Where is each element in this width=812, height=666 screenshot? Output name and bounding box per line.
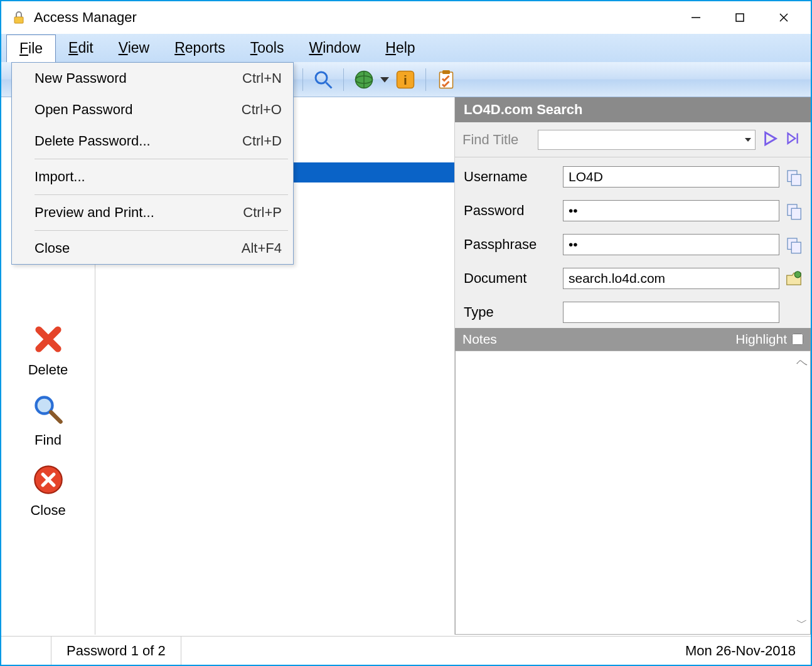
find-title-row: Find Title (455, 122, 811, 157)
toolbar-separator (343, 68, 344, 91)
menu-file[interactable]: File (6, 34, 56, 62)
password-row: Password (464, 200, 803, 221)
menu-new-password[interactable]: New Password Ctrl+N (12, 63, 293, 94)
menu-tools[interactable]: Tools (238, 34, 297, 61)
menu-view[interactable]: View (106, 34, 162, 61)
menu-window[interactable]: Window (296, 34, 373, 61)
svg-text:i: i (403, 72, 407, 87)
close-button[interactable] (762, 5, 806, 30)
svg-rect-13 (442, 70, 450, 74)
menu-delete-password[interactable]: Delete Password... Ctrl+D (12, 125, 293, 157)
copy-password-icon[interactable] (784, 201, 803, 220)
toolbar-separator (302, 68, 303, 91)
status-cell-empty (1, 637, 51, 665)
svg-point-24 (794, 272, 801, 278)
find-next-icon[interactable] (786, 131, 803, 148)
copy-username-icon[interactable] (784, 167, 803, 186)
menu-separator (35, 159, 288, 159)
status-count: Password 1 of 2 (51, 637, 181, 665)
scroll-down-icon[interactable]: ﹀ (796, 615, 808, 630)
toolbar-separator (425, 68, 426, 91)
file-menu-dropdown: New Password Ctrl+N Open Password Ctrl+O… (11, 62, 294, 265)
svg-rect-23 (791, 242, 801, 253)
clipboard-check-icon[interactable] (435, 68, 457, 91)
chevron-down-icon (745, 138, 751, 142)
svg-line-6 (326, 82, 332, 88)
fields: Username Password Passphrase Document Ty (455, 157, 811, 328)
username-row: Username (464, 166, 803, 188)
menu-edit[interactable]: Edit (56, 34, 106, 61)
sidebar-delete[interactable]: Delete (28, 323, 68, 378)
scroll-up-icon[interactable]: ヘ (796, 355, 808, 370)
svg-point-5 (316, 72, 327, 83)
svg-rect-12 (440, 72, 453, 88)
find-title-combo[interactable] (538, 130, 756, 150)
menu-open-password[interactable]: Open Password Ctrl+O (12, 94, 293, 125)
notes-label: Notes (462, 332, 497, 347)
document-input[interactable] (563, 268, 779, 289)
passphrase-input[interactable] (563, 234, 779, 255)
svg-line-15 (51, 412, 60, 421)
magnifier-icon (32, 393, 65, 428)
highlight-label: Highlight (735, 332, 787, 347)
highlight-checkbox[interactable] (792, 334, 803, 345)
minimize-button[interactable] (674, 5, 718, 30)
delete-x-icon (32, 323, 65, 358)
sidebar-close[interactable]: Close (30, 463, 65, 519)
globe-dropdown-icon[interactable] (380, 74, 389, 85)
passphrase-row: Passphrase (464, 234, 803, 255)
notes-header: Notes Highlight (455, 328, 811, 351)
maximize-button[interactable] (718, 5, 762, 30)
menu-bar: File Edit View Reports Tools Window Help (1, 34, 811, 62)
open-document-icon[interactable] (784, 269, 803, 288)
sidebar-find[interactable]: Find (32, 393, 65, 448)
window-title: Access Manager (34, 9, 674, 26)
menu-separator (35, 230, 288, 231)
svg-rect-0 (14, 17, 23, 23)
find-prev-icon[interactable] (762, 130, 779, 150)
status-date: Mon 26-Nov-2018 (670, 637, 811, 665)
menu-import[interactable]: Import... (12, 161, 293, 193)
lock-icon (11, 10, 26, 25)
document-row: Document (464, 268, 803, 289)
password-input[interactable] (563, 200, 779, 221)
svg-rect-2 (736, 14, 744, 21)
title-bar: Access Manager (1, 1, 811, 34)
menu-separator (35, 194, 288, 195)
menu-reports[interactable]: Reports (162, 34, 238, 61)
menu-preview-print[interactable]: Preview and Print... Ctrl+P (12, 197, 293, 228)
notes-textarea[interactable]: ヘ ﹀ (455, 351, 811, 635)
status-bar: Password 1 of 2 Mon 26-Nov-2018 (1, 636, 811, 665)
svg-rect-21 (791, 208, 801, 219)
find-title-label: Find Title (462, 132, 532, 148)
detail-title: LO4D.com Search (455, 97, 811, 122)
menu-close[interactable]: Close Alt+F4 (12, 233, 293, 264)
copy-passphrase-icon[interactable] (784, 235, 803, 254)
type-row: Type (464, 302, 803, 323)
globe-icon[interactable] (353, 68, 375, 91)
username-input[interactable] (563, 166, 779, 188)
svg-rect-19 (791, 174, 801, 186)
menu-help[interactable]: Help (373, 34, 427, 61)
info-icon[interactable]: i (394, 68, 417, 91)
search-icon[interactable] (312, 68, 334, 91)
close-circle-icon (32, 463, 65, 499)
type-input[interactable] (563, 302, 779, 323)
detail-panel: LO4D.com Search Find Title Username Pass… (454, 97, 811, 635)
